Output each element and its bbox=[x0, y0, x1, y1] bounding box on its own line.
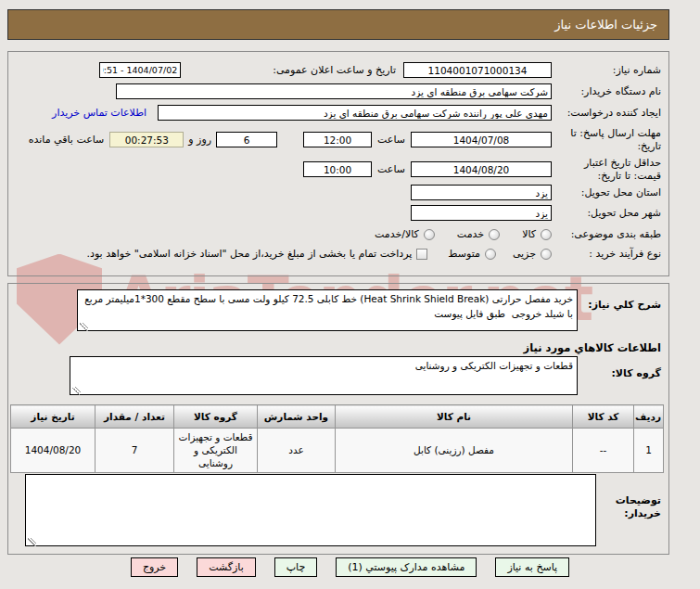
row-need-number: شماره نیاز: تاریخ و ساعت اعلان عمومی: bbox=[99, 62, 661, 78]
need-info-groupbox: شماره نیاز: تاریخ و ساعت اعلان عمومی: نا… bbox=[7, 51, 669, 276]
radio-service[interactable] bbox=[489, 229, 500, 240]
cell-item-name: مفصل (رزینی) کابل bbox=[336, 429, 573, 473]
row-goods-group: گروه کالا: قطعات و تجهیزات الکتریکی و رو… bbox=[70, 356, 661, 398]
items-table-container: ردیف کد کالا نام کالا واحد شمارش گروه کا… bbox=[10, 404, 664, 473]
need-number-label: شماره نیاز: bbox=[552, 64, 661, 77]
need-description-wrap: خرید مفصل حرارتی (Heat Shrink Shield Bre… bbox=[77, 289, 578, 334]
cell-item-code: -- bbox=[573, 429, 634, 473]
buyer-comments-label: توضیحات خریدار: bbox=[596, 474, 661, 520]
radio-goods-label: کالا bbox=[522, 228, 536, 240]
treasury-checkbox[interactable] bbox=[416, 249, 427, 260]
exit-button[interactable]: خروج bbox=[131, 557, 178, 577]
radio-goods[interactable] bbox=[541, 229, 552, 240]
announce-datetime-field[interactable] bbox=[99, 62, 181, 78]
column-header-item-name: نام کالا bbox=[336, 405, 573, 429]
need-description-label: شرح کلي نیاز: bbox=[578, 289, 661, 312]
remaining-days-field[interactable] bbox=[216, 132, 277, 147]
goods-group-label: گروه کالا: bbox=[578, 356, 661, 380]
announce-datetime-label: تاریخ و ساعت اعلان عمومی: bbox=[269, 64, 396, 77]
delivery-city-field[interactable] bbox=[411, 205, 552, 221]
request-creator-field[interactable] bbox=[158, 105, 552, 121]
treasury-note-label: پرداخت تمام یا بخشی از مبلغ خرید،از محل … bbox=[87, 248, 413, 260]
row-subject-classification: طبقه بندی موضوعی: کالا خدمت کالا/خدمت bbox=[375, 228, 661, 241]
respond-to-need-button[interactable]: پاسخ به نیاز bbox=[495, 557, 569, 577]
row-need-description: شرح کلي نیاز: خرید مفصل حرارتی (Heat Shr… bbox=[77, 289, 661, 334]
column-header-unit: واحد شمارش bbox=[258, 405, 336, 429]
radio-partial-label: جزیی bbox=[513, 248, 536, 260]
cell-quantity: 7 bbox=[95, 429, 174, 473]
row-buyer-org: نام دستگاه خریدار: bbox=[116, 83, 661, 99]
column-header-item-code: کد کالا bbox=[573, 405, 634, 429]
radio-partial[interactable] bbox=[541, 249, 552, 260]
page-title-bar: جزئیات اطلاعات نیاز bbox=[7, 9, 669, 40]
response-deadline-label: مهلت ارسال پاسخ: تا تاریخ: bbox=[552, 127, 661, 153]
goods-info-groupbox: شرح کلي نیاز: خرید مفصل حرارتی (Heat Shr… bbox=[7, 283, 669, 555]
need-description-field[interactable]: خرید مفصل حرارتی (Heat Shrink Shield Bre… bbox=[77, 289, 578, 331]
price-validity-label: حداقل تاریخ اعتبار قیمت: تا تاریخ: bbox=[552, 157, 661, 183]
deadline-hour-label: ساعت bbox=[377, 134, 405, 146]
deadline-date-field[interactable] bbox=[411, 132, 552, 147]
goods-section-header: اطلاعات کالاهاي مورد نیاز bbox=[524, 341, 661, 354]
table-row: 1 -- مفصل (رزینی) کابل عدد قطعات و تجهیز… bbox=[11, 429, 664, 473]
row-delivery-city: شهر محل تحویل: bbox=[411, 205, 661, 221]
delivery-province-label: استان محل تحویل: bbox=[552, 186, 661, 199]
action-button-bar: پاسخ به نیاز مشاهده مدارک پیوستي (1) چاپ… bbox=[0, 557, 700, 577]
column-header-need-date: تاریخ نیاز bbox=[11, 405, 95, 429]
validity-time-field[interactable] bbox=[303, 161, 372, 177]
buyer-contact-link[interactable]: اطلاعات تماس خریدار bbox=[52, 107, 146, 119]
row-delivery-province: استان محل تحویل: bbox=[411, 185, 661, 200]
cell-unit: عدد bbox=[258, 429, 336, 473]
view-attached-documents-button[interactable]: مشاهده مدارک پیوستي (1) bbox=[336, 557, 477, 577]
goods-group-field[interactable]: قطعات و تجهیزات الکتریکی و روشنایی bbox=[70, 356, 578, 395]
row-request-creator: ایجاد کننده درخواست: اطلاعات تماس خریدار bbox=[52, 105, 661, 121]
row-purchase-process: نوع فرآیند خرید : جزیی متوسط پرداخت تمام… bbox=[87, 248, 661, 261]
row-buyer-comments: توضیحات خریدار: bbox=[25, 474, 661, 549]
table-header-row: ردیف کد کالا نام کالا واحد شمارش گروه کا… bbox=[11, 405, 664, 429]
goods-group-wrap: قطعات و تجهیزات الکتریکی و روشنایی bbox=[70, 356, 578, 398]
cell-row-number: 1 bbox=[634, 429, 664, 473]
items-table: ردیف کد کالا نام کالا واحد شمارش گروه کا… bbox=[10, 404, 664, 473]
column-header-row-number: ردیف bbox=[634, 405, 664, 429]
countdown-timer: 00:27:53 bbox=[109, 132, 184, 147]
hours-remaining-label: ساعت باقي مانده bbox=[29, 134, 105, 146]
deadline-time-field[interactable] bbox=[303, 132, 372, 147]
radio-service-label: خدمت bbox=[457, 228, 484, 240]
buyer-comments-wrap bbox=[25, 474, 596, 549]
row-price-validity: حداقل تاریخ اعتبار قیمت: تا تاریخ: ساعت bbox=[303, 157, 661, 183]
back-button[interactable]: بازگشت bbox=[197, 557, 256, 577]
request-creator-label: ایجاد کننده درخواست: bbox=[552, 107, 661, 120]
cell-item-group: قطعات و تجهیزات الکتریکی و روشنایی bbox=[174, 429, 258, 473]
delivery-province-field[interactable] bbox=[411, 185, 552, 200]
buyer-org-field[interactable] bbox=[116, 83, 552, 99]
column-header-item-group: گروه کالا bbox=[174, 405, 258, 429]
buyer-comments-field[interactable] bbox=[25, 474, 596, 546]
need-number-field[interactable] bbox=[403, 62, 552, 78]
purchase-process-label: نوع فرآیند خرید : bbox=[552, 248, 661, 261]
delivery-city-label: شهر محل تحویل: bbox=[552, 207, 661, 220]
validity-date-field[interactable] bbox=[411, 161, 552, 177]
radio-goods-service[interactable] bbox=[424, 229, 435, 240]
print-button[interactable]: چاپ bbox=[274, 557, 318, 577]
cell-need-date: 1404/08/20 bbox=[11, 429, 95, 473]
row-response-deadline: مهلت ارسال پاسخ: تا تاریخ: ساعت روز و 00… bbox=[23, 127, 661, 153]
buyer-org-label: نام دستگاه خریدار: bbox=[552, 85, 661, 98]
radio-medium-label: متوسط bbox=[448, 248, 480, 260]
days-and-label: روز و bbox=[188, 134, 211, 146]
radio-goods-service-label: کالا/خدمت bbox=[375, 228, 419, 240]
page-title: جزئیات اطلاعات نیاز bbox=[554, 18, 657, 32]
need-details-page: AriaTender.net جزئیات اطلاعات نیاز شماره… bbox=[0, 0, 700, 589]
subject-classification-label: طبقه بندی موضوعی: bbox=[552, 228, 661, 241]
radio-medium[interactable] bbox=[485, 249, 496, 260]
validity-hour-label: ساعت bbox=[377, 163, 405, 175]
column-header-quantity: تعداد / مقدار bbox=[95, 405, 174, 429]
